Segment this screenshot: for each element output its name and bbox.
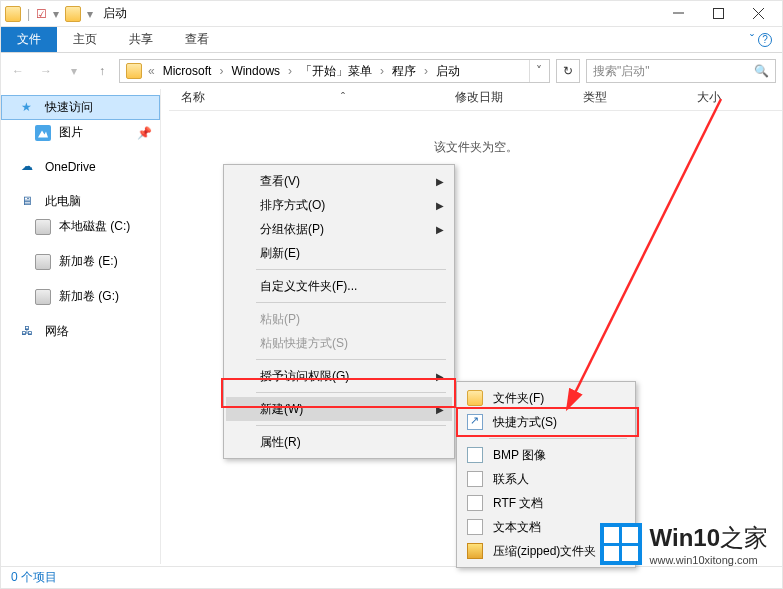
sidebar-item-thispc[interactable]: 🖥此电脑 bbox=[1, 189, 160, 214]
bmp-icon bbox=[467, 447, 483, 463]
col-name[interactable]: 名称 bbox=[181, 89, 281, 106]
item-count: 0 个项目 bbox=[11, 569, 57, 586]
refresh-button[interactable]: ↻ bbox=[556, 59, 580, 83]
status-bar: 0 个项目 bbox=[1, 566, 782, 588]
sidebar-label: 新加卷 (G:) bbox=[59, 288, 119, 305]
sidebar-label: 本地磁盘 (C:) bbox=[59, 218, 130, 235]
chevron-right-icon: ▶ bbox=[436, 176, 444, 187]
pictures-icon bbox=[35, 125, 51, 141]
tab-home[interactable]: 主页 bbox=[57, 27, 113, 52]
breadcrumb-root-icon[interactable]: « bbox=[146, 64, 157, 78]
mi-sort[interactable]: 排序方式(O)▶ bbox=[226, 193, 452, 217]
shortcut-icon bbox=[467, 414, 483, 430]
watermark-suffix: 之家 bbox=[720, 524, 768, 551]
mi-new[interactable]: 新建(W)▶ bbox=[226, 397, 452, 421]
qat-overflow2-icon[interactable]: ▾ bbox=[87, 7, 93, 21]
ribbon-tabs: 文件 主页 共享 查看 ˇ ? bbox=[1, 27, 782, 53]
disk-icon bbox=[35, 219, 51, 235]
menu-separator bbox=[256, 269, 446, 270]
sidebar-item-disk-e[interactable]: 新加卷 (E:) bbox=[1, 249, 160, 274]
watermark-logo-icon bbox=[600, 523, 642, 565]
mi-paste: 粘贴(P) bbox=[226, 307, 452, 331]
context-menu: 查看(V)▶ 排序方式(O)▶ 分组依据(P)▶ 刷新(E) 自定义文件夹(F)… bbox=[223, 164, 455, 459]
mi-new-folder[interactable]: 文件夹(F) bbox=[459, 386, 633, 410]
minimize-button[interactable] bbox=[658, 1, 698, 27]
mi-view[interactable]: 查看(V)▶ bbox=[226, 169, 452, 193]
mi-paste-shortcut: 粘贴快捷方式(S) bbox=[226, 331, 452, 355]
mi-grant-access[interactable]: 授予访问权限(G)▶ bbox=[226, 364, 452, 388]
back-button[interactable]: ← bbox=[7, 60, 29, 82]
watermark-url: www.win10xitong.com bbox=[650, 554, 768, 566]
menu-separator bbox=[256, 392, 446, 393]
sidebar-item-network[interactable]: 🖧网络 bbox=[1, 319, 160, 344]
sidebar-label: 此电脑 bbox=[45, 193, 81, 210]
sidebar-label: OneDrive bbox=[45, 160, 96, 174]
col-type[interactable]: 类型 bbox=[583, 89, 647, 106]
up-button[interactable]: ↑ bbox=[91, 60, 113, 82]
sidebar-item-quick-access[interactable]: ★快速访问 bbox=[1, 95, 160, 120]
contact-icon bbox=[467, 471, 483, 487]
svg-rect-0 bbox=[713, 9, 723, 19]
menu-separator bbox=[256, 359, 446, 360]
crumb-windows[interactable]: Windows bbox=[225, 60, 286, 82]
address-dropdown-icon[interactable]: ˅ bbox=[529, 60, 547, 82]
mi-customize[interactable]: 自定义文件夹(F)... bbox=[226, 274, 452, 298]
menu-separator bbox=[256, 425, 446, 426]
sort-indicator-icon: ˆ bbox=[341, 91, 345, 105]
menu-separator bbox=[489, 438, 627, 439]
sidebar-item-pictures[interactable]: 图片📌 bbox=[1, 120, 160, 145]
mi-new-bmp[interactable]: BMP 图像 bbox=[459, 443, 633, 467]
location-folder-icon bbox=[126, 63, 142, 79]
watermark-brand: Win10 bbox=[650, 524, 720, 551]
crumb-startmenu[interactable]: 「开始」菜单 bbox=[294, 60, 378, 82]
rtf-icon bbox=[467, 495, 483, 511]
crumb-microsoft[interactable]: Microsoft bbox=[157, 60, 218, 82]
forward-button[interactable]: → bbox=[35, 60, 57, 82]
tab-file[interactable]: 文件 bbox=[1, 27, 57, 52]
qat-divider: | bbox=[27, 7, 30, 21]
maximize-button[interactable] bbox=[698, 1, 738, 27]
mi-new-shortcut[interactable]: 快捷方式(S) bbox=[459, 410, 633, 434]
sidebar-label: 新加卷 (E:) bbox=[59, 253, 118, 270]
col-modified[interactable]: 修改日期 bbox=[455, 89, 543, 106]
chevron-right-icon: ▶ bbox=[436, 404, 444, 415]
qat-check-icon[interactable]: ☑ bbox=[36, 7, 47, 21]
sidebar-item-disk-g[interactable]: 新加卷 (G:) bbox=[1, 284, 160, 309]
search-input[interactable]: 搜索"启动" 🔍 bbox=[586, 59, 776, 83]
mi-new-rtf[interactable]: RTF 文档 bbox=[459, 491, 633, 515]
sidebar-item-disk-c[interactable]: 本地磁盘 (C:) bbox=[1, 214, 160, 239]
help-icon[interactable]: ? bbox=[758, 33, 772, 47]
mi-properties[interactable]: 属性(R) bbox=[226, 430, 452, 454]
title-folder-icon bbox=[65, 6, 81, 22]
sidebar-item-onedrive[interactable]: ☁OneDrive bbox=[1, 155, 160, 179]
empty-folder-text: 该文件夹为空。 bbox=[169, 139, 782, 156]
app-folder-icon bbox=[5, 6, 21, 22]
txt-icon bbox=[467, 519, 483, 535]
close-button[interactable] bbox=[738, 1, 778, 27]
mi-new-contact[interactable]: 联系人 bbox=[459, 467, 633, 491]
crumb-programs[interactable]: 程序 bbox=[386, 60, 422, 82]
pin-icon: 📌 bbox=[137, 126, 152, 140]
sidebar-label: 快速访问 bbox=[45, 99, 93, 116]
window-title: 启动 bbox=[103, 5, 127, 22]
address-row: ← → ▾ ↑ « Microsoft› Windows› 「开始」菜单› 程序… bbox=[1, 57, 782, 85]
search-icon[interactable]: 🔍 bbox=[754, 64, 769, 78]
mi-refresh[interactable]: 刷新(E) bbox=[226, 241, 452, 265]
pc-icon: 🖥 bbox=[21, 194, 37, 210]
address-bar[interactable]: « Microsoft› Windows› 「开始」菜单› 程序› 启动 ˅ bbox=[119, 59, 550, 83]
qat-overflow-icon[interactable]: ▾ bbox=[53, 7, 59, 21]
recent-dropdown[interactable]: ▾ bbox=[63, 60, 85, 82]
menu-separator bbox=[256, 302, 446, 303]
titlebar: | ☑ ▾ ▾ 启动 bbox=[1, 1, 782, 27]
tab-view[interactable]: 查看 bbox=[169, 27, 225, 52]
tab-share[interactable]: 共享 bbox=[113, 27, 169, 52]
col-size[interactable]: 大小 bbox=[697, 89, 761, 106]
quick-access-toolbar: | ☑ ▾ ▾ bbox=[5, 6, 93, 22]
column-headers: 名称 ˆ 修改日期 类型 大小 bbox=[169, 85, 782, 111]
chevron-right-icon: ▶ bbox=[436, 371, 444, 382]
network-icon: 🖧 bbox=[21, 324, 37, 340]
sidebar-label: 图片 bbox=[59, 124, 83, 141]
crumb-startup[interactable]: 启动 bbox=[430, 60, 466, 82]
mi-group[interactable]: 分组依据(P)▶ bbox=[226, 217, 452, 241]
ribbon-collapse[interactable]: ˇ ? bbox=[740, 27, 782, 52]
